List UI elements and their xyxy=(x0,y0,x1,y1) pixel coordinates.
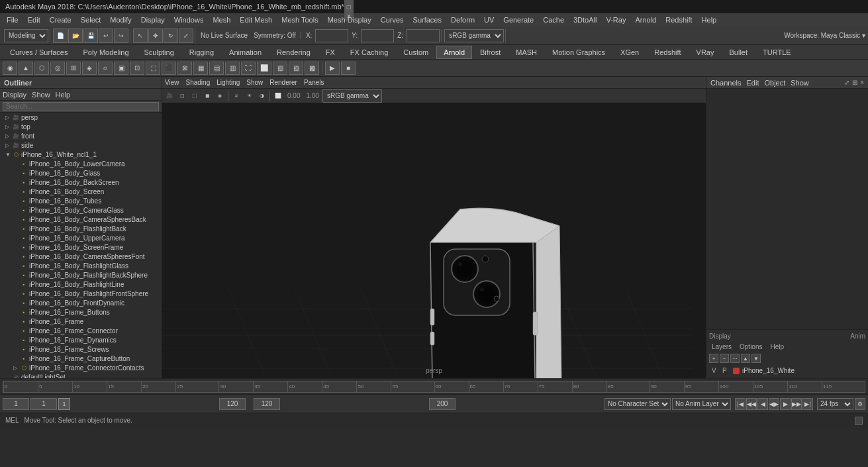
icon-btn-8[interactable]: ▣ xyxy=(114,62,128,75)
tab-poly-modeling[interactable]: Poly Modeling xyxy=(75,46,136,59)
vp-menu-show[interactable]: Show xyxy=(246,79,263,86)
tab-fx-caching[interactable]: FX Caching xyxy=(343,46,395,59)
maximize-button[interactable]: □ xyxy=(344,2,354,11)
tab-arnold[interactable]: Arnold xyxy=(436,46,472,59)
remove-layer-btn[interactable]: − xyxy=(720,354,729,363)
play-back-btn[interactable]: ◀▶ xyxy=(769,398,779,410)
tab-curves-surfaces[interactable]: Curves / Surfaces xyxy=(3,46,75,59)
icon-btn-10[interactable]: ⬚ xyxy=(146,62,160,75)
fps-select[interactable]: 24 fps xyxy=(817,398,853,410)
vp-lighting-btn[interactable]: ☀ xyxy=(243,90,255,102)
layer-item-iphone[interactable]: V P iPhone_16_White xyxy=(709,366,865,376)
layers-tab[interactable]: Layers xyxy=(709,342,734,351)
tab-motion-graphics[interactable]: Motion Graphics xyxy=(545,46,612,59)
outliner-item-connector-contacts[interactable]: ▷ ⬡ iPhone_16_Frame_ConnectorContacts xyxy=(0,363,162,372)
icon-btn-17[interactable]: ⬜ xyxy=(257,62,271,75)
outliner-item-screen[interactable]: ▪ iPhone_16_Body_Screen xyxy=(0,187,162,196)
menu-cache[interactable]: Cache xyxy=(539,15,568,25)
menu-mesh[interactable]: Mesh xyxy=(209,15,234,25)
icon-btn-12[interactable]: ⊠ xyxy=(177,62,192,75)
menu-display[interactable]: Display xyxy=(137,15,169,25)
tab-rendering[interactable]: Rendering xyxy=(269,46,318,59)
start-frame-input[interactable] xyxy=(3,398,29,410)
vp-menu-lighting[interactable]: Lighting xyxy=(217,79,240,86)
menu-help[interactable]: Help xyxy=(698,15,721,25)
outliner-item-frame-buttons[interactable]: ▪ iPhone_16_Frame_Buttons xyxy=(0,307,162,317)
menu-modify[interactable]: Modify xyxy=(106,15,135,25)
viewport-canvas[interactable]: Y Z X persp xyxy=(162,103,706,378)
icon-btn-16[interactable]: ⛶ xyxy=(241,62,256,75)
next-end-btn[interactable]: ▶| xyxy=(802,398,813,410)
panel-float-btn[interactable]: ⤢ xyxy=(844,79,849,86)
vp-xray-btn[interactable]: ◈ xyxy=(214,90,226,102)
timeline-ruler[interactable]: 0 5 10 15 20 25 30 35 40 45 50 55 60 65 … xyxy=(3,381,865,393)
frame-marker[interactable]: 1 xyxy=(58,398,70,410)
icon-btn-7[interactable]: ⌾ xyxy=(98,62,113,75)
outliner-item-side[interactable]: ▷ 🎥 side xyxy=(0,140,162,150)
outliner-item-persp[interactable]: ▷ 🎥 persp xyxy=(0,113,162,122)
outliner-item-iphone-group[interactable]: ▼ ⬡ iPhone_16_White_ncl1_1 xyxy=(0,150,162,159)
icon-btn-5[interactable]: ⊞ xyxy=(66,62,81,75)
layer-color-swatch[interactable] xyxy=(733,368,740,374)
layer-p-toggle[interactable]: P xyxy=(722,367,730,374)
panel-dock-btn[interactable]: ⊞ xyxy=(852,79,857,86)
renderer-select[interactable]: sRGB gamma xyxy=(444,29,504,42)
menu-uv[interactable]: UV xyxy=(480,15,498,25)
outliner-content[interactable]: ▷ 🎥 persp ▷ 🎥 top ▷ 🎥 front ▷ 🎥 side xyxy=(0,113,162,378)
z-field[interactable] xyxy=(407,29,440,42)
add-layer-btn[interactable]: + xyxy=(709,354,718,363)
vp-renderer-select[interactable]: sRGB gamma xyxy=(322,89,382,103)
vp-menu-view[interactable]: View xyxy=(165,79,179,86)
menu-select[interactable]: Select xyxy=(77,15,105,25)
layer-up-btn[interactable]: ▲ xyxy=(741,354,750,363)
icon-btn-1[interactable]: ◉ xyxy=(3,62,17,75)
outliner-display-menu[interactable]: Display xyxy=(3,91,26,99)
outliner-item-glass[interactable]: ▪ iPhone_16_Body_Glass xyxy=(0,168,162,178)
menu-3dtoall[interactable]: 3DtoAll xyxy=(569,15,601,25)
y-field[interactable] xyxy=(361,29,394,42)
stop-icon[interactable]: ■ xyxy=(341,62,356,75)
channels-menu[interactable]: Channels xyxy=(710,79,741,87)
outliner-item-frame-capture[interactable]: ▪ iPhone_16_Frame_CaptureButton xyxy=(0,354,162,363)
tab-redshift[interactable]: Redshift xyxy=(647,46,688,59)
end-frame-input[interactable] xyxy=(254,398,280,410)
panel-close-btn[interactable]: × xyxy=(860,79,864,86)
icon-btn-18[interactable]: ▧ xyxy=(273,62,287,75)
menu-arnold[interactable]: Arnold xyxy=(631,15,660,25)
current-frame-input[interactable] xyxy=(30,398,57,410)
icon-btn-2[interactable]: ▲ xyxy=(19,62,33,75)
outliner-item-upper-camera[interactable]: ▪ iPhone_16_Body_UpperCamera xyxy=(0,233,162,242)
outliner-item-cam-spheres-back[interactable]: ▪ iPhone_16_Body_CameraSpheresBack xyxy=(0,215,162,224)
menu-curves[interactable]: Curves xyxy=(377,15,408,25)
menu-mesh-display[interactable]: Mesh Display xyxy=(324,15,375,25)
outliner-item-tubes[interactable]: ▪ iPhone_16_Body_Tubes xyxy=(0,196,162,205)
tab-bullet[interactable]: Bullet xyxy=(722,46,755,59)
menu-generate[interactable]: Generate xyxy=(499,15,538,25)
prev-btn[interactable]: ◀ xyxy=(757,398,768,410)
help-tab[interactable]: Help xyxy=(767,342,787,351)
undo-btn[interactable]: ↩ xyxy=(99,28,113,43)
icon-btn-9[interactable]: ⊡ xyxy=(130,62,144,75)
next-btn[interactable]: ▶▶ xyxy=(791,398,802,410)
tab-bifrost[interactable]: Bifrost xyxy=(473,46,508,59)
menu-mesh-tools[interactable]: Mesh Tools xyxy=(277,15,322,25)
vp-wireframe-btn[interactable]: ⬚ xyxy=(189,90,201,102)
menu-file[interactable]: File xyxy=(3,15,23,25)
tab-mash[interactable]: MASH xyxy=(508,46,544,59)
prev-frame-btn[interactable]: ◀◀ xyxy=(746,398,757,410)
play-btn[interactable]: ▶ xyxy=(780,398,791,410)
outliner-item-flashlight-glass[interactable]: ▪ iPhone_16_Body_FlashlightGlass xyxy=(0,261,162,270)
outliner-search-input[interactable] xyxy=(3,102,159,111)
menu-windows[interactable]: Windows xyxy=(170,15,208,25)
outliner-item-front-dynamic[interactable]: ▪ iPhone_16_Body_FrontDynamic xyxy=(0,298,162,307)
progress-indicator[interactable] xyxy=(855,417,863,425)
outliner-item-frame-screws[interactable]: ▪ iPhone_16_Frame_Screws xyxy=(0,344,162,354)
tab-fx[interactable]: FX xyxy=(318,46,342,59)
options-tab[interactable]: Options xyxy=(737,342,765,351)
vp-smooth-btn[interactable]: ◼ xyxy=(201,90,213,102)
outliner-item-flashlight-line[interactable]: ▪ iPhone_16_Body_FlashlightLine xyxy=(0,280,162,289)
menu-create[interactable]: Create xyxy=(46,15,75,25)
redo-btn[interactable]: ↪ xyxy=(114,28,128,43)
outliner-item-camera-glass[interactable]: ▪ iPhone_16_Body_CameraGlass xyxy=(0,205,162,215)
outliner-item-top[interactable]: ▷ 🎥 top xyxy=(0,122,162,131)
